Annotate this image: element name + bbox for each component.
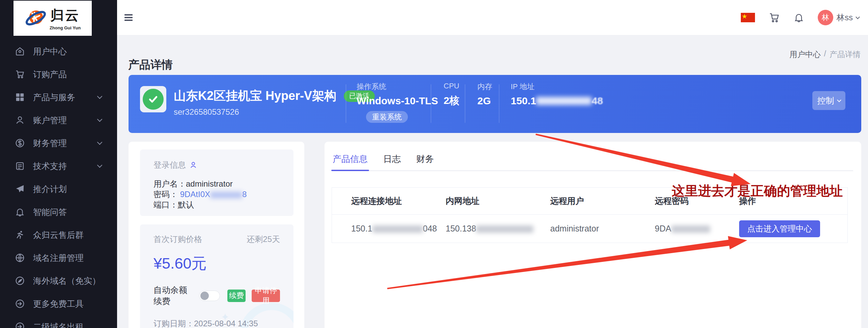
sidebar-item-label: 订购产品 <box>33 69 67 80</box>
sidebar-item-label: 众归云售后群 <box>33 229 84 241</box>
password-masked-part <box>210 192 242 198</box>
sidebar-item-overseas-domain[interactable]: 海外域名（免实） <box>0 269 117 292</box>
spec-label: 内存 <box>477 82 492 92</box>
chevron-down-icon <box>97 116 103 122</box>
sidebar-item-order-products[interactable]: 订购产品 <box>0 63 117 86</box>
remote-address-cell: 150.1048 <box>351 224 446 234</box>
cart-icon[interactable] <box>768 12 780 23</box>
spec-os: 操作系统 Windows-10-TLS 重装系统 <box>357 82 438 123</box>
auto-renew-toggle[interactable] <box>199 291 220 301</box>
col-remote-address: 远程连接地址 <box>351 195 446 207</box>
sidebar-item-label: 推介计划 <box>33 184 67 195</box>
sidebar-item-free-tools[interactable]: 更多免费工具 <box>0 292 117 315</box>
page-title: 产品详情 <box>128 57 173 73</box>
logo[interactable]: 归云 Zhong Gui Yun <box>13 1 92 36</box>
tab-product-info[interactable]: 产品信息 <box>333 153 368 170</box>
user-menu[interactable]: 林 林ss <box>818 10 859 25</box>
remote-user-cell: administrator <box>550 224 655 234</box>
detail-tabs: 产品信息 日志 财务 <box>333 153 853 171</box>
ip-visible-part: 150.1 <box>511 95 536 107</box>
col-lan-address: 内网地址 <box>446 195 550 207</box>
ip-masked-part <box>536 97 592 105</box>
sidebar-item-user-center[interactable]: 用户中心 <box>0 40 117 63</box>
control-button-label: 控制 <box>817 95 834 106</box>
sidebar-item-products-services[interactable]: 产品与服务 <box>0 86 117 109</box>
dollar-circle-icon <box>15 138 25 148</box>
logo-text-en: Zhong Gui Yun <box>50 25 81 30</box>
toggle-knob <box>200 292 209 300</box>
password-tail-part: 8 <box>242 190 247 199</box>
password-visible-part: 9DAtI0X <box>180 190 210 199</box>
breadcrumb-current: 产品详情 <box>830 49 861 60</box>
globe-icon <box>15 253 25 263</box>
price-value: ¥5.60元 <box>153 253 280 274</box>
username-value: administrator <box>186 179 233 188</box>
spec-label: CPU <box>444 82 459 90</box>
sidebar-item-finance-mgmt[interactable]: 财务管理 <box>0 132 117 155</box>
hamburger-icon[interactable] <box>124 13 133 22</box>
runner-icon <box>15 230 25 240</box>
username-row: 用户名：administrator <box>153 179 280 189</box>
sidebar-item-account-mgmt[interactable]: 账户管理 <box>0 109 117 132</box>
sidebar-item-tech-support[interactable]: 技术支持 <box>0 155 117 177</box>
enter-management-button[interactable]: 点击进入管理中心 <box>739 220 820 237</box>
table-row: 150.1048 150.138 administrator 9DA 点击进入管… <box>332 215 847 243</box>
spec-memory: 内存 2G <box>477 82 492 107</box>
login-info-title: 登录信息 <box>153 160 186 170</box>
arrow-circle-icon <box>15 322 25 328</box>
spec-label: IP 地址 <box>511 82 603 92</box>
sidebar-nav: 用户中心 订购产品 产品与服务 账户管理 财务管理 <box>0 40 117 328</box>
chevron-down-icon <box>97 162 103 168</box>
product-serial: ser326580537526 <box>174 107 239 117</box>
breadcrumb-user-center[interactable]: 用户中心 <box>790 49 821 60</box>
cart-icon <box>15 69 25 79</box>
sidebar-item-label: 更多免费工具 <box>33 298 84 309</box>
grid-icon <box>15 92 25 102</box>
tab-logs[interactable]: 日志 <box>383 153 401 170</box>
sidebar-item-smart-qa[interactable]: 智能问答 <box>0 200 117 223</box>
sidebar-item-label: 用户中心 <box>33 46 67 57</box>
masked-segment <box>372 225 423 233</box>
annotation-text: 这里进去才是正确的管理地址 <box>672 182 843 200</box>
cn-flag-icon[interactable] <box>741 13 755 22</box>
port-value: 默认 <box>178 200 194 209</box>
tab-finance[interactable]: 财务 <box>416 153 434 170</box>
user-icon <box>15 115 25 125</box>
spec-value: 2核 <box>444 94 459 108</box>
password-row: 密码： 9DAtI0X8 <box>153 189 280 199</box>
breadcrumb-separator: / <box>824 49 826 60</box>
order-date-value: 2025-08-04 14:35 <box>194 319 258 328</box>
control-button[interactable]: 控制 <box>812 91 845 110</box>
chevron-down-icon <box>97 139 103 145</box>
auto-renew-label: 自动余额续费 <box>153 284 194 307</box>
bell-icon[interactable] <box>793 12 804 23</box>
chevron-down-icon <box>837 98 841 102</box>
sidebar: 归云 Zhong Gui Yun 用户中心 订购产品 产品与服务 账户管理 <box>0 0 117 328</box>
request-stop-button[interactable]: 申请停用 <box>252 290 280 302</box>
summary-card: 登录信息 用户名：administrator 密码： 9DAtI0X8 端口：默… <box>129 142 304 328</box>
logo-text-cn: 归云 <box>50 6 80 25</box>
sidebar-item-referral[interactable]: 推介计划 <box>0 177 117 200</box>
ip-tail-part: 48 <box>592 95 603 107</box>
spec-value: 2G <box>477 95 492 107</box>
sidebar-item-subdomain-rent[interactable]: 二级域名出租 <box>0 315 117 328</box>
masked-segment <box>671 225 710 233</box>
sidebar-item-domain-mgmt[interactable]: 域名注册管理 <box>0 246 117 269</box>
sidebar-item-aftersale-group[interactable]: 众归云售后群 <box>0 223 117 246</box>
chevron-down-icon <box>856 15 860 19</box>
order-date-row: 订购日期：2025-08-04 14:35 <box>153 318 280 328</box>
sidebar-item-label: 账户管理 <box>33 115 67 126</box>
detail-card: 产品信息 日志 财务 远程连接地址 内网地址 远程用户 远程密码 操作 150.… <box>325 142 861 328</box>
chevron-down-icon <box>97 93 103 99</box>
sidebar-item-label: 技术支持 <box>33 161 67 172</box>
sidebar-item-label: 财务管理 <box>33 138 67 149</box>
spec-label: 操作系统 <box>357 82 438 92</box>
renew-button[interactable]: 续费 <box>227 290 246 302</box>
leaf-circle-icon <box>15 276 25 286</box>
arrow-circle-icon <box>15 299 25 309</box>
col-remote-user: 远程用户 <box>550 195 655 207</box>
price-label: 首次订购价格 <box>153 234 202 245</box>
reinstall-os-button[interactable]: 重装系统 <box>366 111 408 123</box>
paper-plane-icon <box>15 184 25 194</box>
login-info-box: 登录信息 用户名：administrator 密码： 9DAtI0X8 端口：默… <box>140 149 293 216</box>
